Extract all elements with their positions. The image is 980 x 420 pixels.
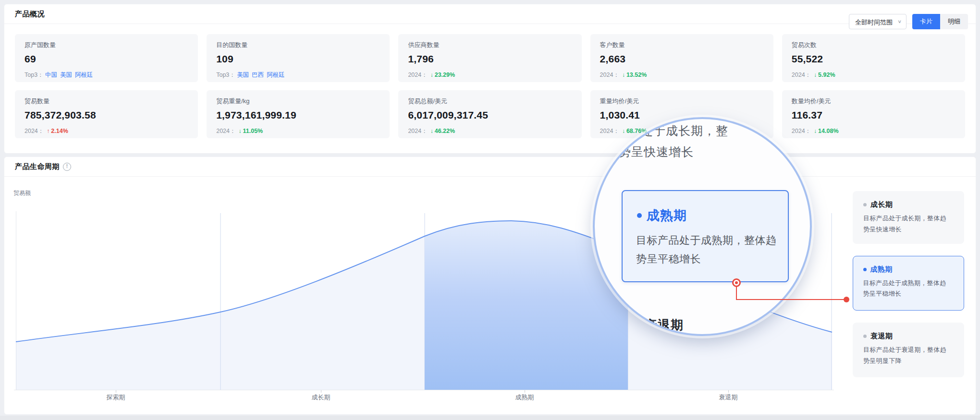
- overview-header: 产品概况: [4, 4, 976, 24]
- phase-card-maturity[interactable]: 成熟期 目标产品处于成熟期，整体趋 势呈平稳增长: [853, 256, 964, 311]
- stat-meta: 2024：↓46.22%: [408, 127, 572, 135]
- desc-line: 目标产品处于成长期，整体趋: [863, 213, 954, 224]
- year-label: 2024：: [408, 128, 427, 134]
- top3-link[interactable]: 阿根廷: [267, 72, 285, 78]
- stat-label: 目的国数量: [216, 41, 380, 49]
- stat-card-trade-count: 贸易次数 55,522 2024：↓5.92%: [782, 34, 965, 82]
- phase-label-growth: 成长期: [292, 393, 350, 402]
- stat-card-destination-countries: 目的国数量 109 Top3： 美国巴西阿根廷: [207, 34, 390, 82]
- magnified-growth-text-clipped: 势呈快速增长: [619, 144, 694, 160]
- arrow-down-icon: ↓: [430, 128, 433, 134]
- stat-value: 1,796: [408, 53, 572, 65]
- top3-link[interactable]: 巴西: [252, 72, 264, 78]
- stat-label: 数量均价/美元: [792, 97, 956, 106]
- stat-label: 贸易次数: [792, 41, 956, 49]
- year-label: 2024：: [600, 128, 619, 134]
- stat-card-origin-countries: 原产国数量 69 Top3： 中国美国阿根廷: [15, 34, 198, 82]
- overview-title: 产品概况: [15, 10, 45, 19]
- trend-pct: 5.92%: [818, 72, 835, 78]
- arrow-down-icon: ↓: [814, 128, 817, 134]
- trend-pct: 13.52%: [626, 72, 647, 78]
- trend-pct: 23.29%: [435, 72, 455, 78]
- stat-value: 55,522: [792, 53, 956, 65]
- lifecycle-title: 产品生命周期: [15, 162, 60, 171]
- stat-value: 6,017,009,317.45: [408, 109, 572, 121]
- top3-link[interactable]: 中国: [45, 72, 57, 78]
- product-overview-panel: 产品概况 全部时间范围 ∨ 卡片 明细 原产国数量 69 Top3： 中国美国阿…: [4, 4, 976, 154]
- trend-pct: 46.22%: [435, 128, 455, 134]
- phase-dot-icon: [637, 213, 642, 218]
- stat-card-avg-qty-price: 数量均价/美元 116.37 2024：↓14.08%: [782, 90, 965, 138]
- stat-value: 69: [24, 53, 188, 65]
- view-toggle-detail-button[interactable]: 明细: [940, 14, 968, 29]
- stat-meta: 2024：↓13.52%: [600, 71, 764, 79]
- stat-card-trade-total: 贸易总额/美元 6,017,009,317.45 2024：↓46.22%: [398, 90, 581, 138]
- time-range-select[interactable]: 全部时间范围 ∨: [849, 14, 906, 29]
- info-icon[interactable]: !: [63, 163, 71, 171]
- stat-label: 原产国数量: [24, 41, 188, 49]
- phase-card-growth[interactable]: 成长期 目标产品处于成长期，整体趋 势呈快速增长: [853, 191, 964, 244]
- page-bottom-strip: [0, 416, 980, 420]
- year-label: 2024：: [792, 128, 811, 134]
- desc-line: 势呈平稳增长: [863, 288, 954, 300]
- magnified-card-line: 目标产品处于成熟期，整体趋: [636, 233, 777, 248]
- stat-value: 2,663: [600, 53, 764, 65]
- stat-card-suppliers: 供应商数量 1,796 2024：↓23.29%: [398, 34, 581, 82]
- stat-label: 重量均价/美元: [600, 97, 764, 106]
- top3-link[interactable]: 美国: [237, 72, 249, 78]
- time-range-value: 全部时间范围: [855, 18, 893, 27]
- top3-label: Top3：: [24, 72, 44, 78]
- arrow-up-icon: ↑: [47, 128, 49, 134]
- stat-card-customers: 客户数量 2,663 2024：↓13.52%: [590, 34, 773, 82]
- stat-value: 109: [216, 53, 380, 65]
- stat-label: 客户数量: [600, 41, 764, 49]
- top3-label: Top3：: [216, 72, 235, 78]
- desc-line: 目标产品处于衰退期，整体趋: [863, 345, 954, 356]
- stat-meta: 2024：↑2.14%: [24, 127, 188, 135]
- top3-link[interactable]: 美国: [60, 72, 72, 78]
- view-toggle-card-button[interactable]: 卡片: [912, 14, 940, 29]
- arrow-down-icon: ↓: [430, 72, 433, 78]
- phase-card-name: 成熟期: [870, 265, 893, 274]
- stat-label: 贸易数量: [24, 97, 188, 106]
- x-axis-tick: [321, 390, 321, 393]
- desc-line: 势呈快速增长: [863, 224, 954, 235]
- phase-dot-icon: [863, 268, 867, 271]
- lifecycle-header: 产品生命周期 !: [4, 157, 976, 177]
- phase-label-decline: 衰退期: [699, 393, 757, 402]
- arrow-down-icon: ↓: [622, 72, 625, 78]
- chevron-down-icon: ∨: [897, 19, 902, 24]
- connector-end-dot-icon: [844, 297, 849, 302]
- year-label: 2024：: [216, 128, 235, 134]
- connector-line-horizontal: [736, 299, 846, 300]
- phase-dot-icon: [863, 203, 867, 206]
- stat-label: 贸易总额/美元: [408, 97, 572, 106]
- top3-link[interactable]: 阿根廷: [75, 72, 93, 78]
- stat-label: 贸易重量/kg: [216, 97, 380, 106]
- stat-card-grid: 原产国数量 69 Top3： 中国美国阿根廷 目的国数量 109 Top3： 美…: [15, 34, 965, 138]
- stat-label: 供应商数量: [408, 41, 572, 49]
- phase-card-decline[interactable]: 衰退期 目标产品处于衰退期，整体趋 势呈明显下降: [853, 323, 964, 377]
- stat-meta: Top3： 美国巴西阿根廷: [216, 71, 380, 79]
- stat-meta: 2024：↓14.08%: [792, 127, 956, 135]
- phase-card-name: 成长期: [870, 200, 893, 209]
- phase-dot-icon: [863, 335, 867, 338]
- x-axis-tick: [525, 390, 525, 393]
- year-label: 2024：: [600, 72, 619, 78]
- phase-card-name: 衰退期: [870, 332, 893, 341]
- magnified-card-line: 势呈平稳增长: [636, 252, 701, 266]
- stat-card-trade-quantity: 贸易数量 785,372,903.58 2024：↑2.14%: [15, 90, 198, 138]
- connector-ring-icon: [732, 278, 741, 287]
- dashboard-canvas: 产品概况 全部时间范围 ∨ 卡片 明细 原产国数量 69 Top3： 中国美国阿…: [0, 0, 980, 420]
- stat-meta: 2024：↓11.05%: [216, 127, 380, 135]
- trend-pct: 2.14%: [51, 128, 68, 134]
- magnified-card-title: 成熟期: [647, 207, 687, 224]
- phase-card-desc: 目标产品处于衰退期，整体趋 势呈明显下降: [863, 345, 954, 367]
- magnifier-content: 品处于成长期，整 势呈快速增长 成熟期 目标产品处于成熟期，整体趋 势呈平稳增长…: [595, 119, 810, 334]
- year-label: 2024：: [24, 128, 44, 134]
- year-label: 2024：: [408, 72, 427, 78]
- magnifier-lens: 品处于成长期，整 势呈快速增长 成熟期 目标产品处于成熟期，整体趋 势呈平稳增长…: [593, 117, 812, 336]
- stat-meta: 2024：↓23.29%: [408, 71, 572, 79]
- stat-value: 785,372,903.58: [24, 109, 188, 121]
- y-axis-label: 贸易额: [13, 189, 31, 197]
